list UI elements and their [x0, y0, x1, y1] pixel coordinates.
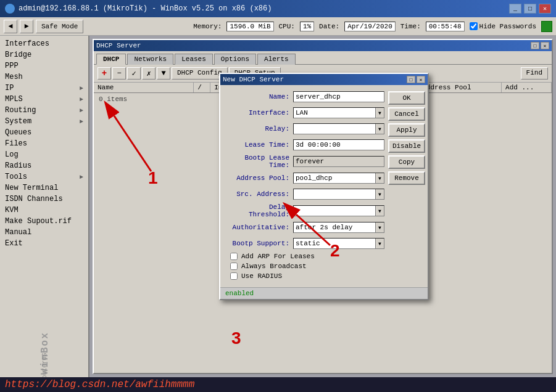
add-arp-checkbox[interactable]: [230, 253, 238, 260]
sidebar-item-make-supout[interactable]: Make Supout.rif: [0, 216, 88, 227]
sidebar-item-manual[interactable]: Manual: [0, 227, 88, 238]
tab-dhcp[interactable]: DHCP: [96, 54, 126, 65]
sidebar-item-log[interactable]: Log: [0, 149, 88, 160]
tab-options[interactable]: Options: [214, 54, 256, 65]
col-address-pool[interactable]: Address Pool: [418, 83, 502, 93]
minimize-button[interactable]: _: [509, 4, 521, 14]
content-area: DHCP Server □ ✕ DHCP Networks Leases Opt…: [89, 36, 556, 377]
new-dhcp-dialog: New DHCP Server □ ✕ Name: Interface:: [219, 73, 429, 300]
apply-button[interactable]: Apply: [388, 123, 425, 137]
interface-dropdown-arrow[interactable]: ▼: [375, 108, 384, 118]
col-name[interactable]: Name: [94, 83, 194, 93]
dialog-title-text: New DHCP Server: [223, 76, 284, 83]
enable-entry-button[interactable]: ✓: [127, 67, 141, 80]
system-arrow: ►: [80, 118, 83, 125]
lease-time-input[interactable]: [293, 139, 384, 150]
tab-alerts[interactable]: Alerts: [257, 54, 296, 65]
relay-dropdown-arrow[interactable]: ▼: [375, 124, 384, 134]
memory-label: Memory:: [193, 23, 222, 30]
ok-button[interactable]: OK: [388, 91, 425, 105]
routeros-watermark: RouterOS: [41, 353, 48, 377]
dialog-restore-button[interactable]: □: [407, 76, 415, 83]
hide-passwords-checkbox[interactable]: [470, 22, 478, 30]
time-label: Time:: [400, 23, 421, 30]
authoritative-dropdown-arrow[interactable]: ▼: [375, 223, 384, 232]
dhcp-tab-bar: DHCP Networks Leases Options Alerts: [94, 51, 552, 65]
src-address-dropdown-arrow[interactable]: ▼: [375, 189, 384, 199]
sidebar-item-kvm[interactable]: KVM: [0, 205, 88, 216]
toolbar: ◄ ► Safe Mode Memory: 1596.0 MiB CPU: 1%…: [0, 17, 556, 36]
bootp-support-value: static: [294, 239, 375, 248]
main-layout: Interfaces Bridge PPP Mesh IP ► MPLS ► R…: [0, 36, 556, 377]
bootp-lease-time-input[interactable]: [293, 156, 384, 167]
sidebar-item-bridge[interactable]: Bridge: [0, 49, 88, 60]
ip-arrow: ►: [80, 85, 83, 92]
forward-button[interactable]: ►: [20, 20, 33, 33]
sidebar-item-radius[interactable]: Radius: [0, 160, 88, 171]
winbox-watermark: WinBox: [39, 332, 50, 375]
sidebar-item-mesh[interactable]: Mesh: [0, 71, 88, 83]
name-input[interactable]: [293, 91, 384, 102]
address-pool-dropdown-arrow[interactable]: ▼: [375, 173, 384, 183]
sidebar-item-exit[interactable]: Exit: [0, 238, 88, 249]
status-area: Memory: 1596.0 MiB CPU: 1% Date: Apr/19/…: [193, 21, 552, 32]
disable-button[interactable]: Disable: [388, 139, 425, 153]
sidebar-item-files[interactable]: Files: [0, 138, 88, 149]
dialog-close-button[interactable]: ✕: [417, 76, 425, 83]
sidebar-item-mpls[interactable]: MPLS ►: [0, 94, 88, 105]
cancel-button[interactable]: Cancel: [388, 107, 425, 121]
safe-mode-button[interactable]: Safe Mode: [36, 20, 83, 33]
sidebar-item-system[interactable]: System ►: [0, 116, 88, 127]
tools-arrow: ►: [80, 174, 83, 181]
dhcp-close-button[interactable]: ✕: [541, 42, 549, 49]
dhcp-window-controls: □ ✕: [531, 42, 549, 49]
delay-threshold-select-wrapper: ▼: [293, 205, 384, 216]
time-value: 00:55:48: [426, 22, 465, 31]
find-button[interactable]: Find: [521, 67, 548, 80]
dialog-footer: enabled: [220, 287, 428, 299]
disable-entry-button[interactable]: ✗: [142, 67, 156, 80]
remove-entry-button[interactable]: −: [112, 67, 126, 80]
remove-button[interactable]: Remove: [388, 171, 425, 185]
close-button[interactable]: ✕: [539, 4, 551, 14]
window-title: admin@192.168.88.1 (MikroTik) - WinBox v…: [19, 4, 272, 13]
delay-threshold-row: Delay Threshold: ▼: [225, 203, 384, 218]
sidebar-item-ip[interactable]: IP ►: [0, 83, 88, 94]
maximize-button[interactable]: □: [524, 4, 536, 14]
sidebar-item-routing[interactable]: Routing ►: [0, 105, 88, 116]
routing-arrow: ►: [80, 107, 83, 114]
dhcp-restore-button[interactable]: □: [531, 42, 539, 49]
address-pool-value: pool_dhcp: [294, 173, 375, 183]
sidebar-item-interfaces[interactable]: Interfaces: [0, 38, 88, 49]
address-pool-row: Address Pool: pool_dhcp ▼: [225, 171, 384, 185]
delay-threshold-value: [294, 206, 375, 216]
sidebar-item-ppp[interactable]: PPP: [0, 60, 88, 71]
filter-button[interactable]: ▼: [157, 67, 170, 80]
back-button[interactable]: ◄: [4, 20, 17, 33]
bootp-support-dropdown-arrow[interactable]: ▼: [375, 239, 384, 248]
bootp-support-row: Bootp Support: static ▼: [225, 237, 384, 250]
sidebar-item-queues[interactable]: Queues: [0, 127, 88, 138]
use-radius-checkbox[interactable]: [230, 272, 238, 280]
title-bar-left: admin@192.168.88.1 (MikroTik) - WinBox v…: [5, 4, 272, 14]
cpu-label: CPU:: [279, 23, 295, 30]
sidebar-item-tools[interactable]: Tools ►: [0, 171, 88, 182]
sidebar-item-new-terminal[interactable]: New Terminal: [0, 182, 88, 194]
tab-networks[interactable]: Networks: [127, 54, 173, 65]
add-entry-button[interactable]: +: [98, 67, 111, 80]
title-bar: admin@192.168.88.1 (MikroTik) - WinBox v…: [0, 0, 556, 17]
date-label: Date:: [319, 23, 339, 30]
col-add[interactable]: Add ...: [502, 83, 552, 93]
sidebar: Interfaces Bridge PPP Mesh IP ► MPLS ► R…: [0, 36, 89, 377]
copy-button[interactable]: Copy: [388, 155, 425, 169]
delay-threshold-dropdown-arrow[interactable]: ▼: [375, 206, 384, 216]
hide-passwords-label[interactable]: Hide Passwords: [470, 22, 536, 30]
tab-leases[interactable]: Leases: [175, 54, 213, 65]
relay-label: Relay:: [225, 125, 293, 133]
sidebar-item-isdn-channels[interactable]: ISDN Channels: [0, 194, 88, 205]
address-pool-select-wrapper: pool_dhcp ▼: [293, 173, 384, 184]
always-broadcast-checkbox[interactable]: [230, 263, 238, 270]
authoritative-value: after 2s delay: [294, 223, 375, 232]
date-value: Apr/19/2020: [344, 22, 396, 31]
lease-time-row: Lease Time:: [225, 138, 384, 152]
